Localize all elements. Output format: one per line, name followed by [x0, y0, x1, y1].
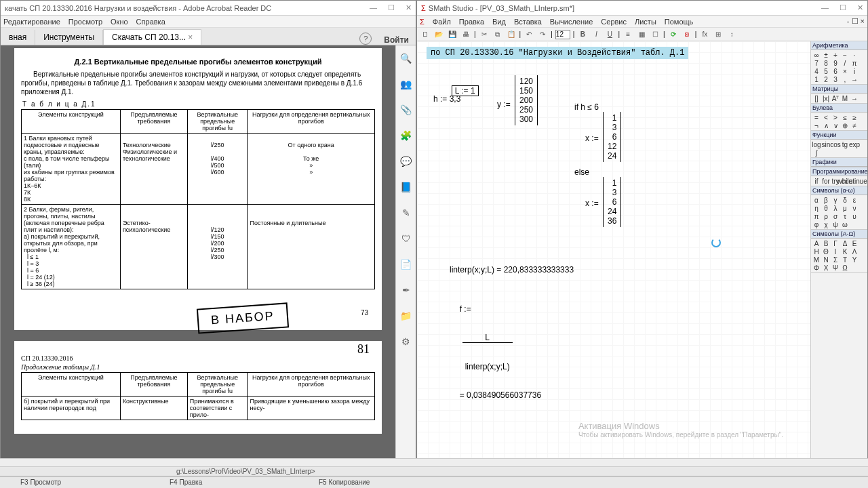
help-icon[interactable]: ?: [359, 33, 372, 45]
x-if-vector[interactable]: 1361224: [603, 112, 621, 162]
x-else-vector[interactable]: 1362436: [603, 177, 621, 227]
f3-label[interactable]: F3 Просмотр: [0, 479, 149, 486]
new-icon[interactable]: 🗋: [420, 29, 431, 40]
adobe-tool-sidebar: 🔍👥📎🧩💬📘✎🛡📄✒📁⚙: [395, 45, 416, 471]
document-code: СП 20.13330.2016: [21, 354, 375, 362]
smath-palette: Арифметика ∞±+−·789/π456×i123,→ Матрицы …: [810, 41, 867, 471]
bottom-scrollbar[interactable]: [0, 458, 868, 466]
mdi-close-icon[interactable]: - ☐ ×: [847, 17, 865, 26]
palette-arith[interactable]: Арифметика: [811, 41, 867, 50]
adobe-max-icon[interactable]: ☐: [388, 3, 395, 12]
italic-icon[interactable]: I: [591, 29, 601, 40]
insert-icon[interactable]: ↕: [726, 29, 737, 40]
search-icon[interactable]: 🔍: [400, 52, 412, 64]
menu-insert[interactable]: Вставка: [514, 18, 542, 26]
copy-icon[interactable]: ⧉: [492, 29, 503, 40]
redo-icon[interactable]: ↷: [537, 29, 548, 40]
menu-calc[interactable]: Вычисление: [550, 18, 593, 26]
th-requirements: Предъявляемые требования: [120, 110, 187, 134]
align-left-icon[interactable]: ≡: [623, 29, 633, 40]
comment-icon[interactable]: 💬: [400, 155, 412, 167]
menu-help[interactable]: Справка: [136, 18, 165, 26]
menu-service[interactable]: Сервис: [601, 18, 627, 26]
pdf-page-1: Д.2.1 Вертикальные предельные прогибы эл…: [14, 48, 382, 330]
else-line[interactable]: else: [574, 167, 589, 177]
edit-icon[interactable]: ✎: [400, 207, 412, 219]
organize-icon[interactable]: ⚙: [400, 336, 412, 348]
tab-home[interactable]: вная: [1, 30, 35, 45]
palette-bool[interactable]: Булева: [811, 104, 867, 113]
layers-icon[interactable]: 🧩: [400, 129, 412, 142]
adobe-page-viewport[interactable]: Д.2.1 Вертикальные предельные прогибы эл…: [1, 45, 395, 471]
stop-icon[interactable]: ⦻: [682, 29, 692, 40]
th-loads: Нагрузки для определения вертикальных пр…: [248, 110, 375, 134]
attachment-icon[interactable]: 📎: [400, 104, 412, 116]
cut-icon[interactable]: ✂: [479, 29, 490, 40]
folder-icon[interactable]: 📁: [400, 310, 412, 322]
menu-sheets[interactable]: Листы: [635, 18, 656, 26]
menu-view2[interactable]: Вид: [492, 18, 506, 26]
linterp-result[interactable]: linterp(x;y;L) = 220,833333333333: [450, 265, 574, 274]
palette-symg[interactable]: Символы (α-ω): [811, 186, 867, 195]
adobe-tabbar: вная Инструменты Скачать СП 20.13... × ?…: [1, 28, 416, 45]
f5-label[interactable]: F5 Копирование: [298, 479, 448, 486]
palette-syml[interactable]: Символы (A-Ω): [811, 230, 867, 239]
menu-edit2[interactable]: Правка: [459, 18, 484, 26]
border-icon[interactable]: ☐: [650, 29, 660, 40]
palette-plot[interactable]: Графики: [811, 158, 867, 167]
smath-max-icon[interactable]: ☐: [840, 3, 846, 12]
grid-icon[interactable]: ▦: [636, 29, 647, 40]
smath-close-icon[interactable]: ✕: [857, 3, 863, 12]
palette-prog[interactable]: Программирование: [811, 167, 867, 176]
adobe-min-icon[interactable]: —: [370, 3, 377, 12]
tab-tools[interactable]: Инструменты: [35, 30, 103, 45]
x-label-if[interactable]: x :=: [585, 134, 599, 143]
menu-file[interactable]: Файл: [433, 18, 451, 26]
undo-icon[interactable]: ↶: [524, 29, 534, 40]
fx-icon[interactable]: fx: [699, 29, 710, 40]
tab-document[interactable]: Скачать СП 20.13... ×: [103, 29, 201, 45]
fontsize-input[interactable]: [555, 30, 570, 39]
x-label-else[interactable]: x :=: [585, 199, 599, 208]
table-d1: Элементы конструкций Предъявляемые требо…: [21, 109, 375, 289]
menu-view[interactable]: Просмотр: [68, 18, 102, 26]
row2-col4: Постоянные и длительные: [248, 205, 375, 289]
path-bar: g:\Lessons\ProfVideo\PV_03_SMath_LInterp…: [0, 466, 868, 476]
save-icon[interactable]: 💾: [447, 29, 458, 40]
underline-icon[interactable]: U: [604, 29, 615, 40]
sign-icon[interactable]: ✒: [400, 284, 412, 296]
people-icon[interactable]: 👥: [400, 78, 412, 90]
f-definition[interactable]: f := L linterp(x;y;L) = 0,03849056603773…: [441, 295, 541, 409]
paste-icon[interactable]: 📋: [506, 29, 517, 40]
h-definition[interactable]: h := 3,3: [433, 94, 460, 104]
smath-canvas[interactable]: по СП 20.13330.16 "Нагрузки и Воздействи…: [417, 41, 810, 471]
adobe-title: качать СП 20.13330.2016 Нагрузки и возде…: [5, 4, 370, 12]
menu-window[interactable]: Окно: [111, 18, 128, 26]
shield-icon[interactable]: 🛡: [400, 232, 412, 245]
doc-header-text: по СП 20.13330.16 "Нагрузки и Воздействи…: [427, 47, 688, 59]
bold-icon[interactable]: B: [577, 29, 588, 40]
recalc-icon[interactable]: ⟳: [668, 29, 679, 40]
f4-label[interactable]: F4 Правка: [149, 479, 298, 486]
row1-col3: l/250 l/400 l/500 l/600: [187, 134, 248, 205]
protect-icon[interactable]: 📘: [400, 181, 412, 193]
login-button[interactable]: Войти: [377, 35, 416, 45]
row2-col1: 2 Балки, фермы, ригели, прогоны, плиты, …: [22, 205, 121, 289]
windows-activation-watermark: Активация Windows Чтобы активировать Win…: [578, 421, 783, 439]
open-icon[interactable]: 📂: [433, 29, 444, 40]
y-vector[interactable]: 120150200250300: [515, 75, 538, 125]
smath-min-icon[interactable]: —: [821, 3, 829, 12]
if-line[interactable]: if h ≤ 6: [574, 102, 599, 112]
y-label[interactable]: y :=: [497, 100, 511, 109]
print-icon[interactable]: 🖶: [460, 29, 471, 40]
smath-title: SMath Studio - [PV_03_SMath_LInterp.sm*]: [429, 4, 821, 12]
palette-mat[interactable]: Матрицы: [811, 85, 867, 94]
menu-edit[interactable]: Редактирование: [3, 18, 60, 26]
unit-icon[interactable]: ⊞: [713, 29, 724, 40]
menu-help2[interactable]: Помощь: [665, 18, 694, 26]
palette-func[interactable]: Функции: [811, 131, 867, 140]
handwritten-number: 81: [357, 342, 370, 357]
adobe-close-icon[interactable]: ✕: [406, 3, 412, 12]
pdf-icon[interactable]: 📄: [400, 258, 412, 270]
close-tab-icon[interactable]: ×: [188, 33, 193, 42]
